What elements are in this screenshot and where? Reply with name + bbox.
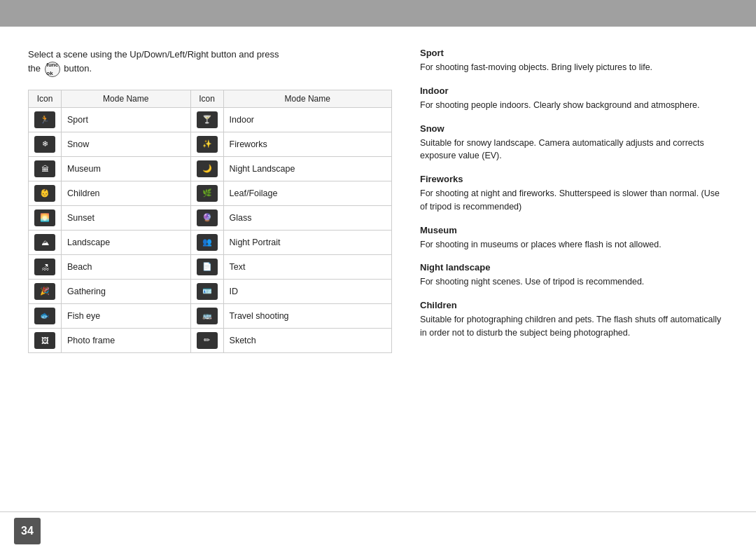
mode-icon: 🖼 [34, 332, 55, 349]
col-icon1-header: Icon [29, 90, 62, 107]
mode-name-cell: Museum [62, 156, 191, 181]
desc-block-museum: Museum For shooting in museums or places… [420, 225, 728, 252]
mode-name-cell: Fish eye [62, 303, 191, 328]
page-number: 34 [14, 518, 41, 544]
left-section: Select a scene using the Up/Down/Left/Ri… [28, 48, 392, 353]
table-row: 🖼 Photo frame ✏ Sketch [29, 328, 392, 352]
desc-block-children: Children Suitable for photographing chil… [420, 300, 728, 340]
table-row: 🎉 Gathering 🪪 ID [29, 279, 392, 303]
icon-cell: 🌅 [29, 205, 62, 230]
desc-text: For shooting at night and fireworks. Shu… [420, 187, 728, 214]
mode-icon: 🌅 [34, 209, 55, 226]
mode-name-cell: Glass [223, 205, 391, 230]
mode-icon: ✏ [197, 332, 218, 349]
desc-title: Sport [420, 48, 728, 58]
icon-cell: 🚌 [190, 303, 223, 328]
mode-name-cell: Photo frame [62, 328, 191, 352]
mode-icon: ✨ [197, 136, 218, 153]
icon-cell: 🎉 [29, 279, 62, 303]
icon-cell: 👥 [190, 230, 223, 254]
mode-name-cell: Sunset [62, 205, 191, 230]
desc-title: Snow [420, 123, 728, 134]
table-row: 🏃 Sport 🍸 Indoor [29, 107, 392, 132]
icon-cell: ✨ [190, 132, 223, 156]
mode-icon: 📄 [197, 259, 218, 275]
desc-block-snow: Snow Suitable for snowy landscape. Camer… [420, 123, 728, 163]
mode-name-cell: Beach [62, 254, 191, 279]
mode-icon: 👥 [197, 234, 218, 251]
desc-text: For shooting people indoors. Clearly sho… [420, 99, 728, 112]
icon-cell: ✏ [190, 328, 223, 352]
func-ok-button: funcok [45, 62, 60, 77]
mode-name-cell: Children [62, 181, 191, 205]
icon-cell: ⛰ [29, 230, 62, 254]
mode-name-cell: Leaf/Foilage [223, 181, 391, 205]
desc-title: Indoor [420, 85, 728, 96]
mode-icon: 🔮 [197, 209, 218, 226]
mode-name-cell: Night Landscape [223, 156, 391, 181]
desc-block-sport: Sport For shooting fast-moving objects. … [420, 48, 728, 74]
mode-icon: 🏖 [34, 259, 55, 275]
mode-icon: 🌿 [197, 185, 218, 202]
desc-block-indoor: Indoor For shooting people indoors. Clea… [420, 85, 728, 112]
mode-icon: 🏛 [34, 160, 55, 177]
mode-name-cell: Sketch [223, 328, 391, 352]
mode-name-cell: Sport [62, 107, 191, 132]
icon-cell: 🌿 [190, 181, 223, 205]
icon-cell: 🖼 [29, 328, 62, 352]
mode-icon: 🏃 [34, 111, 55, 128]
desc-text: Suitable for snowy landscape. Camera aut… [420, 137, 728, 163]
mode-icon: 🎉 [34, 283, 55, 300]
intro-paragraph: Select a scene using the Up/Down/Left/Ri… [28, 48, 392, 77]
mode-name-cell: Travel shooting [223, 303, 391, 328]
table-row: 🌅 Sunset 🔮 Glass [29, 205, 392, 230]
icon-cell: 🏛 [29, 156, 62, 181]
desc-block-fireworks: Fireworks For shooting at night and fire… [420, 174, 728, 214]
mode-name-cell: Text [223, 254, 391, 279]
table-row: 🐟 Fish eye 🚌 Travel shooting [29, 303, 392, 328]
icon-cell: 🔮 [190, 205, 223, 230]
mode-icon: 🍸 [197, 111, 218, 128]
mode-name-cell: Gathering [62, 279, 191, 303]
icon-cell: 📄 [190, 254, 223, 279]
icon-cell: 🐟 [29, 303, 62, 328]
table-row: 🏖 Beach 📄 Text [29, 254, 392, 279]
mode-name-cell: Indoor [223, 107, 391, 132]
col-name1-header: Mode Name [62, 90, 191, 107]
icon-cell: 🏖 [29, 254, 62, 279]
icon-cell: 🏃 [29, 107, 62, 132]
table-row: ❄ Snow ✨ Fireworks [29, 132, 392, 156]
mode-icon: 🐟 [34, 308, 55, 324]
desc-text: For shooting fast-moving objects. Bring … [420, 61, 728, 74]
intro-text1: Select a scene using the Up/Down/Left/Ri… [28, 49, 279, 60]
col-icon2-header: Icon [190, 90, 223, 107]
mode-name-cell: ID [223, 279, 391, 303]
mode-icon: ⛰ [34, 234, 55, 251]
icon-cell: ❄ [29, 132, 62, 156]
mode-name-cell: Snow [62, 132, 191, 156]
top-bar [0, 0, 756, 27]
desc-title: Children [420, 300, 728, 310]
desc-text: For shooting in museums or places where … [420, 238, 728, 252]
mode-icon: 🪪 [197, 283, 218, 300]
right-section: Sport For shooting fast-moving objects. … [420, 48, 728, 353]
col-name2-header: Mode Name [223, 90, 391, 107]
mode-icon: 🌙 [197, 160, 218, 177]
intro-text2: the [28, 63, 41, 74]
icon-cell: 🍸 [190, 107, 223, 132]
desc-text: For shooting night scenes. Use of tripod… [420, 275, 728, 289]
desc-title: Museum [420, 225, 728, 235]
icon-cell: 👶 [29, 181, 62, 205]
icon-cell: 🪪 [190, 279, 223, 303]
desc-title: Night landscape [420, 262, 728, 273]
desc-text: Suitable for photographing children and … [420, 313, 728, 340]
icon-cell: 🌙 [190, 156, 223, 181]
mode-icon: 👶 [34, 185, 55, 202]
desc-title: Fireworks [420, 174, 728, 184]
mode-name-cell: Night Portrait [223, 230, 391, 254]
table-row: 🏛 Museum 🌙 Night Landscape [29, 156, 392, 181]
mode-table: Icon Mode Name Icon Mode Name 🏃 Sport 🍸 … [28, 90, 392, 353]
bottom-bar: 34 [0, 511, 756, 550]
intro-text3: button. [64, 63, 92, 74]
table-row: 👶 Children 🌿 Leaf/Foilage [29, 181, 392, 205]
